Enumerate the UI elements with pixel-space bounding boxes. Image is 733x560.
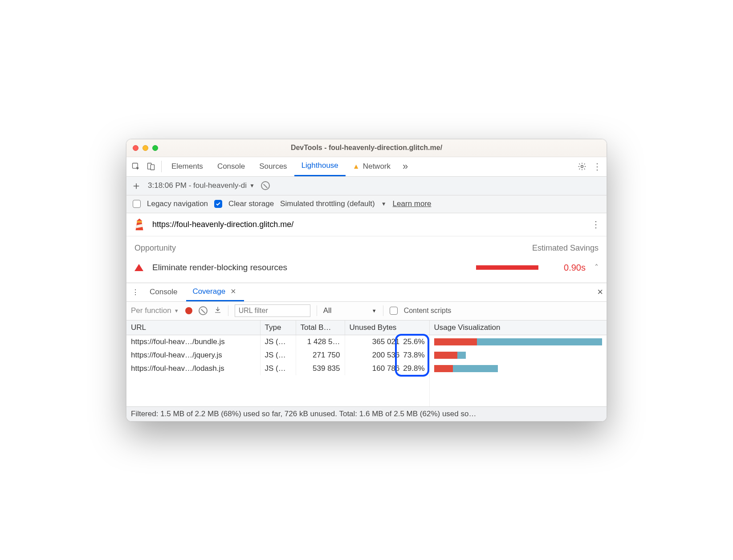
clear-storage-label: Clear storage	[228, 199, 274, 208]
cell-total-bytes: 271 750	[296, 349, 345, 362]
clear-storage-checkbox[interactable]	[214, 200, 222, 208]
cell-total-bytes: 1 428 5…	[296, 335, 345, 349]
tab-elements[interactable]: Elements	[164, 157, 210, 176]
content-scripts-checkbox[interactable]	[390, 307, 398, 315]
svg-point-3	[581, 166, 583, 168]
minimize-window-button[interactable]	[143, 145, 148, 151]
tab-sources[interactable]: Sources	[252, 157, 294, 176]
cell-type: JS (…	[260, 335, 296, 349]
viz-used-segment	[453, 365, 498, 372]
legacy-navigation-checkbox[interactable]	[133, 200, 141, 208]
cell-usage-viz	[429, 335, 607, 349]
divider	[317, 305, 317, 316]
viz-used-segment	[477, 338, 602, 345]
chevron-down-icon: ▼	[249, 183, 255, 189]
table-row[interactable]: https://foul-heav…/bundle.jsJS (…1 428 5…	[126, 335, 607, 349]
opportunity-savings-value: 0.90s	[550, 263, 586, 273]
divider	[161, 161, 162, 172]
clear-coverage-icon[interactable]	[199, 306, 208, 315]
kebab-menu-icon[interactable]: ⋮	[590, 159, 605, 174]
coverage-table-wrap: URL Type Total B… Unused Bytes Usage Vis…	[126, 321, 607, 406]
warning-icon: ▲	[353, 162, 360, 170]
chevron-down-icon: ▼	[372, 308, 377, 313]
viz-unused-segment	[434, 338, 477, 345]
viz-unused-segment	[434, 365, 453, 372]
more-tabs-icon[interactable]: »	[398, 159, 413, 174]
divider	[383, 305, 383, 316]
chevron-down-icon: ▼	[174, 308, 179, 313]
tab-label: Sources	[259, 162, 287, 171]
tab-label: Coverage	[192, 287, 225, 296]
fail-triangle-icon	[134, 264, 143, 271]
svg-rect-5	[137, 221, 142, 223]
col-header-url[interactable]: URL	[126, 321, 260, 335]
col-header-viz[interactable]: Usage Visualization	[429, 321, 607, 335]
new-report-button[interactable]: ＋	[131, 179, 142, 193]
drawer-menu-icon[interactable]: ⋮	[130, 288, 141, 296]
record-button[interactable]	[185, 307, 192, 314]
type-filter-select[interactable]: All ▼	[323, 306, 377, 315]
table-row[interactable]: https://foul-heav…/lodash.jsJS (…539 835…	[126, 362, 607, 375]
devtools-window: DevTools - foul-heavenly-direction.glitc…	[126, 139, 607, 422]
table-row[interactable]: https://foul-heav…/jquery.jsJS (…271 750…	[126, 349, 607, 362]
cell-unused-bytes: 160 78629.8%	[345, 362, 429, 375]
tab-console[interactable]: Console	[210, 157, 252, 176]
cell-type: JS (…	[260, 362, 296, 375]
col-header-unused[interactable]: Unused Bytes	[345, 321, 429, 335]
inspect-element-icon[interactable]	[128, 159, 143, 174]
main-tabstrip: Elements Console Sources Lighthouse ▲ Ne…	[126, 157, 607, 177]
tab-network[interactable]: ▲ Network	[346, 157, 398, 176]
drawer-tab-coverage[interactable]: Coverage ×	[186, 283, 244, 301]
close-tab-icon[interactable]: ×	[229, 286, 238, 296]
zoom-window-button[interactable]	[152, 145, 158, 151]
table-header-row: URL Type Total B… Unused Bytes Usage Vis…	[126, 321, 607, 335]
cell-url: https://foul-heav…/lodash.js	[126, 362, 260, 375]
url-filter-input[interactable]	[235, 304, 310, 317]
col-header-total[interactable]: Total B…	[296, 321, 345, 335]
estimated-savings-heading: Estimated Savings	[532, 243, 599, 253]
audited-url-row: https://foul-heavenly-direction.glitch.m…	[126, 213, 607, 236]
clear-icon[interactable]	[261, 181, 270, 190]
throttling-dropdown[interactable]: ▼	[381, 201, 387, 207]
report-selector-label: 3:18:06 PM - foul-heavenly-di	[148, 181, 247, 190]
export-icon[interactable]	[214, 306, 222, 316]
tab-label: Console	[150, 288, 177, 296]
window-titlebar: DevTools - foul-heavenly-direction.glitc…	[126, 139, 607, 157]
col-header-type[interactable]: Type	[260, 321, 296, 335]
granularity-label: Per function	[131, 306, 171, 315]
settings-icon[interactable]	[574, 159, 590, 174]
report-toolbar: ＋ 3:18:06 PM - foul-heavenly-di ▼	[126, 177, 607, 195]
cell-url: https://foul-heav…/bundle.js	[126, 335, 260, 349]
tab-label: Lighthouse	[301, 161, 338, 170]
opportunities-section: Opportunity Estimated Savings Eliminate …	[126, 236, 607, 283]
granularity-selector[interactable]: Per function ▼	[131, 306, 179, 315]
audited-url: https://foul-heavenly-direction.glitch.m…	[152, 220, 293, 229]
learn-more-link[interactable]: Learn more	[393, 199, 432, 208]
cell-total-bytes: 539 835	[296, 362, 345, 375]
cell-unused-pct: 29.8%	[399, 364, 424, 373]
chevron-up-icon: ˄	[595, 263, 599, 272]
drawer-tab-console[interactable]: Console	[143, 283, 183, 301]
tab-label: Network	[363, 162, 391, 171]
opportunity-row[interactable]: Eliminate render-blocking resources 0.90…	[134, 263, 599, 273]
viz-used-segment	[457, 352, 466, 359]
cell-unused-bytes: 200 53673.8%	[345, 349, 429, 362]
coverage-toolbar: Per function ▼ All ▼ Content scripts	[126, 302, 607, 321]
cell-url: https://foul-heav…/jquery.js	[126, 349, 260, 362]
lighthouse-icon	[133, 218, 146, 231]
tab-lighthouse[interactable]: Lighthouse	[294, 157, 346, 176]
coverage-table: URL Type Total B… Unused Bytes Usage Vis…	[126, 321, 607, 406]
report-selector[interactable]: 3:18:06 PM - foul-heavenly-di ▼	[148, 181, 255, 190]
cell-unused-pct: 25.6%	[399, 337, 424, 346]
close-drawer-icon[interactable]: ×	[597, 286, 603, 298]
close-window-button[interactable]	[133, 145, 138, 151]
svg-rect-2	[151, 165, 154, 170]
type-filter-label: All	[323, 306, 332, 315]
tab-label: Elements	[171, 162, 203, 171]
divider	[228, 305, 228, 316]
content-scripts-label: Content scripts	[404, 307, 452, 315]
device-toolbar-icon[interactable]	[143, 159, 159, 174]
opportunity-title: Eliminate render-blocking resources	[152, 263, 287, 272]
report-menu-icon[interactable]: ⋮	[591, 219, 600, 230]
tab-label: Console	[217, 162, 245, 171]
